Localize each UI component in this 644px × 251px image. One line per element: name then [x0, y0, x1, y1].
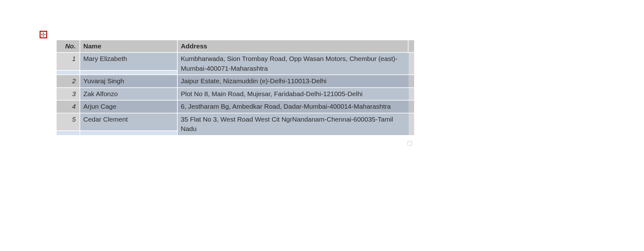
header-address: Address — [177, 40, 408, 52]
cell-address: 35 Flat No 3, West Road West Cit NgrNand… — [177, 113, 408, 135]
cell-no: 4 — [57, 100, 80, 113]
cell-tail — [408, 88, 414, 100]
table-row[interactable]: 1Mary ElizabethKumbharwada, Sion Trombay… — [57, 52, 414, 70]
cell-name: Arjun Cage — [80, 100, 177, 113]
cell-no: 3 — [57, 88, 80, 100]
table-row[interactable]: 4Arjun Cage6, Jestharam Bg, Ambedkar Roa… — [57, 100, 414, 113]
table-row[interactable]: 3Zak AlfonzoPlot No 8, Main Road, Mujesa… — [57, 88, 414, 100]
header-tail — [408, 40, 414, 52]
svg-marker-2 — [43, 32, 44, 33]
table-row[interactable]: 2Yuvaraj SinghJaipur Estate, Nizamuddin … — [57, 75, 414, 87]
cell-no-cont — [57, 70, 80, 75]
table-row[interactable]: 5Cedar Clement35 Flat No 3, West Road We… — [57, 113, 414, 131]
table-header-row: No. Name Address — [57, 40, 414, 52]
cell-no: 2 — [57, 75, 80, 87]
cell-name: Mary Elizabeth — [80, 52, 177, 70]
cell-no-cont — [57, 131, 80, 135]
cell-tail — [408, 75, 414, 87]
cell-address: Kumbharwada, Sion Trombay Road, Opp Wasa… — [177, 52, 408, 75]
cell-name: Cedar Clement — [80, 113, 177, 131]
move-icon — [41, 32, 46, 37]
cell-address: 6, Jestharam Bg, Ambedkar Road, Dadar-Mu… — [177, 100, 408, 113]
cell-tail — [408, 100, 414, 113]
cell-name-cont — [80, 131, 177, 135]
cell-no: 5 — [57, 113, 80, 131]
svg-marker-4 — [41, 34, 42, 35]
cell-name: Yuvaraj Singh — [80, 75, 177, 87]
cell-tail — [408, 113, 414, 135]
header-name: Name — [80, 40, 177, 52]
cell-address: Jaipur Estate, Nizamuddin (e)-Delhi-1100… — [177, 75, 408, 87]
table-move-handle[interactable] — [40, 31, 47, 38]
cell-name: Zak Alfonzo — [80, 88, 177, 100]
cell-name-cont — [80, 70, 177, 75]
data-table[interactable]: No. Name Address 1Mary ElizabethKumbharw… — [57, 40, 415, 136]
cell-tail — [408, 52, 414, 75]
svg-marker-3 — [43, 36, 44, 37]
header-no: No. — [57, 40, 80, 52]
svg-marker-5 — [45, 34, 46, 35]
table-resize-handle[interactable] — [408, 141, 412, 145]
cell-no: 1 — [57, 52, 80, 70]
cell-address: Plot No 8, Main Road, Mujesar, Faridabad… — [177, 88, 408, 100]
